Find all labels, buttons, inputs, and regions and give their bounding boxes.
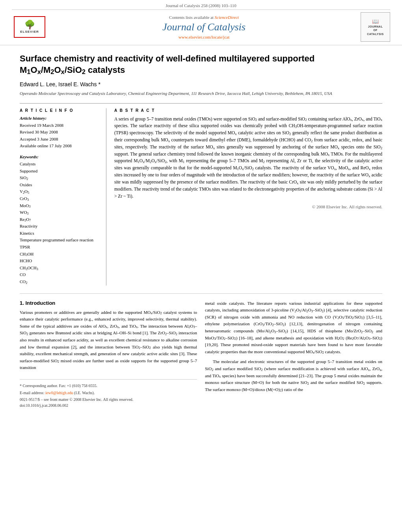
- doi-line: doi:10.1016/j.jcat.2008.06.002: [20, 403, 197, 408]
- section1-heading: 1. Introduction: [20, 300, 197, 306]
- abstract-paragraph: A series of group 5–7 transition metal o…: [114, 116, 382, 200]
- abstract-column: A B S T R A C T A series of group 5–7 tr…: [114, 108, 382, 285]
- body-paragraph-2: metal oxide catalysts. The literature re…: [205, 300, 382, 356]
- keyword-oxides: Oxides: [20, 182, 100, 189]
- keyword-sio2: SiO2: [20, 174, 100, 182]
- author-names: Edward L. Lee, Israel E. Wachs *: [20, 81, 100, 87]
- keyword-catalysts: Catalysts: [20, 161, 100, 168]
- keyword-ch3och3: CH3OCH3: [20, 265, 100, 272]
- article-history-title: Article history:: [20, 116, 100, 120]
- article-main: Surface chemistry and reactivity of well…: [0, 45, 402, 415]
- sciencedirect-line: Contents lists available at ScienceDirec…: [47, 15, 361, 20]
- article-info-column: A R T I C L E I N F O Article history: R…: [20, 108, 106, 285]
- page-wrapper: Journal of Catalysis 258 (2008) 103–110 …: [0, 0, 402, 532]
- article-title: Surface chemistry and reactivity of well…: [20, 53, 382, 76]
- keyword-re2o7: Re2O7: [20, 216, 100, 223]
- abstract-label: A B S T R A C T: [114, 108, 382, 113]
- elsevier-logo: 🌳 ELSEVIER: [12, 16, 47, 38]
- article-title-line1: Surface chemistry and reactivity of well…: [20, 54, 315, 63]
- keyword-co2: CO2: [20, 278, 100, 285]
- copyright-line: © 2008 Elsevier Inc. All rights reserved…: [114, 204, 382, 210]
- issn-line: 0021-9517/$ – see front matter © 2008 El…: [20, 397, 197, 402]
- keywords-block: Keywords: Catalysts Supported SiO2 Oxide…: [20, 154, 100, 285]
- revised-date: Revised 30 May 2008: [20, 129, 100, 136]
- journal-title-header: Journal of Catalysis: [47, 21, 361, 33]
- body-text-right: metal oxide catalysts. The literature re…: [205, 300, 382, 393]
- received-date: Received 19 March 2008: [20, 122, 100, 129]
- body-paragraph-1: Various promoters or additives are gener…: [20, 309, 197, 371]
- keyword-moo3: MoO3: [20, 202, 100, 209]
- corresponding-author-footnote: * Corresponding author. Fax: +1 (610) 75…: [20, 383, 197, 389]
- body-text-left: Various promoters or additives are gener…: [20, 309, 197, 371]
- keyword-wo3: WO3: [20, 209, 100, 216]
- keyword-kinetics: Kinetics: [20, 230, 100, 237]
- contents-label: Contents lists available at: [169, 15, 214, 20]
- footnote-area: * Corresponding author. Fax: +1 (610) 75…: [20, 379, 197, 396]
- body-right-column: metal oxide catalysts. The literature re…: [205, 300, 382, 408]
- journal-center: Contents lists available at ScienceDirec…: [47, 15, 361, 39]
- available-date: Available online 17 July 2008: [20, 143, 100, 150]
- journal-logo-right: 📖 JOURNAL OF CATALYSIS: [361, 12, 390, 42]
- email-link[interactable]: iew0@lehigh.edu: [45, 391, 73, 395]
- abstract-text: A series of group 5–7 transition metal o…: [114, 116, 382, 211]
- keyword-supported: Supported: [20, 168, 100, 175]
- journal-logo-title: JOURNAL OF CATALYSIS: [367, 25, 384, 35]
- keyword-co: CO: [20, 271, 100, 278]
- journal-info: Journal of Catalysis 258 (2008) 103–110: [166, 3, 236, 8]
- journal-url[interactable]: www.elsevier.com/locate/jcat: [47, 35, 361, 39]
- article-title-line2: M1Ox/M2Ox/SiO2 catalysts: [20, 65, 125, 75]
- journal-header: Journal of Catalysis 258 (2008) 103–110 …: [0, 0, 402, 45]
- keyword-cro3: CrO3: [20, 195, 100, 202]
- keyword-hcho: HCHO: [20, 258, 100, 265]
- affiliation: Operando Molecular Spectroscopy and Cata…: [20, 91, 382, 96]
- keyword-tpsr: TPSR: [20, 244, 100, 251]
- email-footnote: E-mail address: iew0@lehigh.edu (I.E. Wa…: [20, 390, 197, 396]
- authors: Edward L. Lee, Israel E. Wachs *: [20, 81, 382, 87]
- journal-logo-icon: 📖: [367, 18, 384, 25]
- header-content: 🌳 ELSEVIER Contents lists available at S…: [12, 12, 390, 42]
- body-left-column: 1. Introduction Various promoters or add…: [20, 300, 197, 408]
- accepted-date: Accepted 3 June 2008: [20, 136, 100, 143]
- elsevier-tree-icon: 🌳: [24, 20, 35, 29]
- article-history-block: Article history: Received 19 March 2008 …: [20, 116, 100, 150]
- article-info-abstract-section: A R T I C L E I N F O Article history: R…: [20, 103, 382, 285]
- sciencedirect-link[interactable]: ScienceDirect: [215, 15, 239, 20]
- keyword-ch3oh: CH3OH: [20, 251, 100, 258]
- elsevier-wordmark: ELSEVIER: [20, 30, 39, 33]
- keyword-tpsr-full: Temperature programmed surface reaction: [20, 237, 100, 244]
- keywords-title: Keywords:: [20, 154, 100, 159]
- body-content: 1. Introduction Various promoters or add…: [20, 293, 382, 408]
- journal-logo-right-inner: 📖 JOURNAL OF CATALYSIS: [367, 18, 384, 35]
- body-paragraph-3: The molecular and electronic structures …: [205, 358, 382, 393]
- keyword-reactivity: Reactivity: [20, 223, 100, 230]
- keyword-v2o5: V2O5: [20, 188, 100, 195]
- journal-top-bar: Journal of Catalysis 258 (2008) 103–110: [12, 3, 390, 10]
- article-info-label: A R T I C L E I N F O: [20, 108, 100, 113]
- elsevier-logo-box: 🌳 ELSEVIER: [14, 16, 45, 38]
